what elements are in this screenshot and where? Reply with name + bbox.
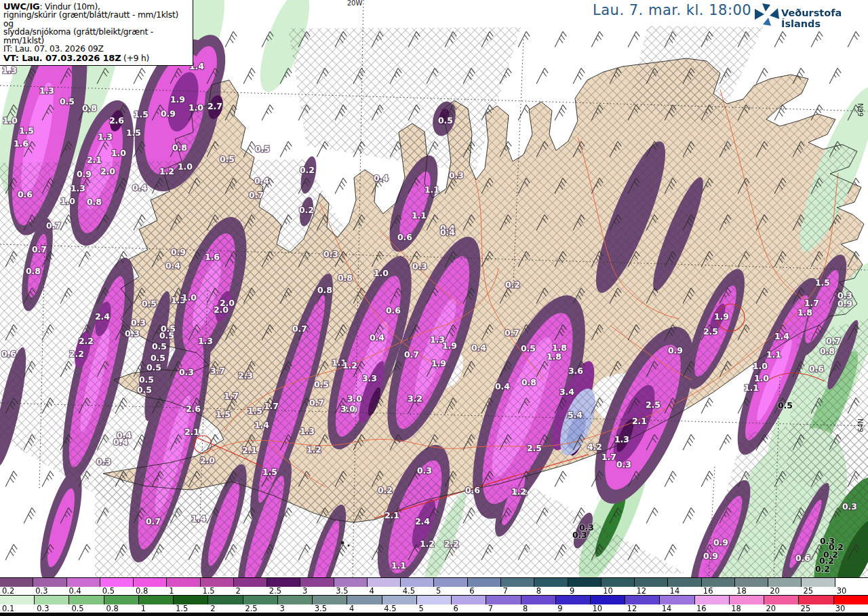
precip-value-label: 0.7	[292, 324, 307, 334]
precip-value-label: 1.9	[431, 358, 446, 368]
legend-tick-label: 7	[488, 604, 493, 613]
precip-value-label: 1.2	[159, 166, 174, 176]
forecast-datetime-title: Lau. 7. mar. kl. 18:00	[593, 2, 751, 18]
precip-value-label: 0.3	[842, 501, 857, 512]
precip-value-label: 0.3	[616, 459, 631, 469]
precip-value-label: 1.1	[391, 560, 406, 571]
precip-value-label: 0.2	[505, 280, 520, 290]
precip-value-label: 0.9	[668, 345, 683, 355]
precip-value-label: 0.7	[146, 516, 161, 526]
legend-tick-label: 25	[801, 604, 811, 613]
precip-value-label: 2.0	[100, 166, 115, 176]
precip-value-label: 1.3	[198, 336, 213, 346]
precip-value-label: 0.4	[440, 227, 455, 237]
precip-value-label: 0.4	[370, 332, 384, 343]
precip-value-label: 0.5	[521, 343, 536, 353]
precip-value-label: 0.5	[152, 341, 167, 351]
product-info-box: UWC/IG: Vindur (10m), rigning/skúrir (gr…	[0, 0, 193, 66]
precip-value-label: 3.0	[347, 393, 362, 404]
precip-value-label: 0.5	[438, 115, 453, 126]
legend-tick-label: 2	[236, 586, 241, 596]
legend-tick-label: 3.5	[336, 586, 348, 596]
precip-value-label: 2.1	[184, 427, 199, 437]
legend-tick-label: 18	[736, 586, 747, 596]
precip-value-label: 2.1	[242, 445, 257, 455]
precip-value-label: 1.4	[191, 514, 206, 524]
precip-value-label: 2.7	[208, 101, 222, 111]
precip-value-label: 0.5	[151, 353, 165, 363]
precip-value-label: 2.6	[186, 404, 201, 414]
precip-value-label: 0.4	[471, 343, 486, 353]
precip-value-label: 1.1	[412, 210, 427, 220]
precip-value-label: 0.5	[60, 96, 75, 107]
legend-tick-label: 14	[662, 604, 672, 613]
precip-value-label: 1.0	[753, 361, 768, 371]
precip-value-label: 0.7	[46, 220, 61, 231]
precip-value-label: 3.3	[362, 373, 377, 383]
precip-value-label: 3.2	[408, 393, 422, 404]
legend-tick-label: 16	[696, 604, 707, 613]
precip-value-label: 0.7	[309, 398, 324, 408]
legend-tick-label: 9	[557, 604, 562, 613]
snow-scale-bar	[0, 595, 868, 604]
org-name: Veðurstofa Íslands	[781, 7, 868, 29]
forecast-map-canvas: 20W66N64N 1.31.30.50.81.41.91.02.72.61.5…	[0, 0, 868, 577]
precip-value-label: 2.4	[95, 311, 110, 322]
legend-tick-label: 20	[770, 586, 780, 596]
legend-tick-label: 12	[627, 604, 637, 613]
precip-value-label: 0.7	[826, 336, 841, 346]
legend-tick-label: 9	[570, 586, 574, 596]
precip-value-label: 0.5	[255, 144, 270, 154]
precip-value-label: 3.6	[568, 366, 583, 376]
precip-value-label: 0.4	[254, 176, 269, 186]
legend-tick-label: 1	[141, 604, 146, 613]
precip-value-label: 0.9	[161, 109, 176, 119]
graticule-label: 20W	[347, 0, 363, 7]
legend-tick-label: 2.5	[269, 586, 281, 596]
precip-value-label: 1.9	[170, 94, 185, 104]
precip-value-label: 1.0	[60, 196, 75, 206]
legend-tick-label: 30	[837, 586, 847, 596]
precip-value-label: 1.9	[714, 311, 729, 322]
valid-time: VT: Lau. 07.03.2026 18Z (+9 h)	[3, 54, 189, 62]
precip-value-label: 1.0	[178, 161, 193, 172]
precip-value-label: 1.1	[766, 349, 781, 360]
vestmannaeyjar-island	[341, 541, 344, 545]
precip-value-label: 1.5	[126, 128, 141, 138]
precip-value-label: 0.8	[82, 103, 97, 113]
precip-value-label: 1.4	[774, 331, 789, 341]
legend-tick-label: 6	[454, 604, 458, 613]
legend-tick-label: 0.3	[35, 586, 47, 596]
precip-value-label: 2.4	[415, 516, 430, 526]
precip-value-label: 2.2	[79, 336, 94, 346]
precip-value-label: 2.0	[200, 455, 215, 465]
legend-tick-label: 1	[169, 586, 174, 596]
precip-value-label: 0.5	[146, 362, 161, 372]
legend-tick-label: 2.5	[245, 604, 257, 613]
precip-value-label: 1.5	[248, 406, 262, 416]
precip-value-label: 1.0	[189, 102, 203, 113]
precip-value-label: 0.6	[386, 305, 401, 315]
precip-value-label: 0.2	[378, 485, 393, 495]
precip-value-label: 1.5	[134, 109, 149, 119]
precip-value-label: 0.2	[815, 564, 830, 574]
precip-value-label: 0.8	[317, 285, 332, 295]
graticule-label: 66N	[857, 103, 865, 117]
legend-tick-label: 10	[592, 604, 602, 613]
precip-value-label: 0.5	[142, 299, 157, 309]
precip-value-label: 0.4	[113, 437, 128, 447]
precip-value-label: 2.2	[444, 539, 459, 549]
precip-value-label: 1.5	[216, 409, 231, 419]
precip-value-label: 1.2	[307, 444, 321, 455]
precip-value-label: 0.7	[249, 190, 264, 200]
legend-tick-label: 25	[804, 586, 814, 596]
precip-value-label: 0.7	[404, 349, 419, 360]
precip-value-label: 1.0	[3, 115, 18, 126]
precip-value-label: 0.3	[417, 465, 432, 476]
precip-value-label: 2.1	[384, 510, 399, 520]
legend-tick-label: 0.4	[68, 586, 81, 596]
legend-tick-label: 4	[349, 604, 354, 613]
graticule-label: 64N	[857, 419, 865, 432]
legend-tick-label: 2	[210, 604, 215, 613]
precip-value-label: 0.2	[300, 165, 315, 175]
